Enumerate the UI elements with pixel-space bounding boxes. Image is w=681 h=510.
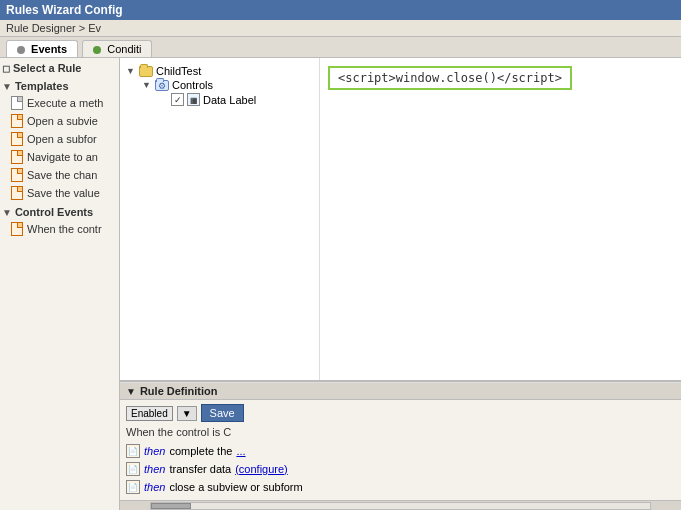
rule-definition-label: Rule Definition xyxy=(140,385,218,397)
tree-node-childtest-label: ChildTest xyxy=(156,65,201,77)
tab-conditions-label: Conditi xyxy=(107,43,141,55)
breadcrumb: Rule Designer > Ev xyxy=(0,20,681,37)
title-bar: Rules Wizard Config xyxy=(0,0,681,20)
rule-definition-panel: ▼ Rule Definition Enabled ▼ Save When th… xyxy=(120,380,681,500)
control-events-collapse-icon: ▼ xyxy=(2,207,12,218)
template-execute-label: Execute a meth xyxy=(27,97,103,109)
then-keyword-1: then xyxy=(144,445,165,457)
scroll-bar-track[interactable] xyxy=(150,502,651,510)
template-save-value-label: Save the value xyxy=(27,187,100,199)
then-row-3: 📄 then close a subview or subform xyxy=(126,478,675,496)
control-events-list: When the contr xyxy=(0,220,119,238)
tab-events-label: Events xyxy=(31,43,67,55)
tree-node-datalabel[interactable]: ✓ ▦ Data Label xyxy=(158,92,313,107)
template-save-value[interactable]: Save the value xyxy=(8,184,119,202)
folder-childtest-icon xyxy=(139,66,153,77)
open-subform-icon xyxy=(10,132,24,146)
then-text-2: transfer data xyxy=(169,463,231,475)
templates-list: Execute a meth Open a subvie Open a subf… xyxy=(0,94,119,202)
templates-section-header: ▼ Templates xyxy=(0,76,119,94)
chart-datalabel-icon: ▦ xyxy=(187,93,200,106)
down-arrow-button[interactable]: ▼ xyxy=(177,406,197,421)
tree-node-childtest[interactable]: ▼ ChildTest xyxy=(126,64,313,78)
templates-label: Templates xyxy=(15,80,69,92)
configure-link[interactable]: (configure) xyxy=(235,463,288,475)
then-icon-3: 📄 xyxy=(126,480,140,494)
template-open-subform[interactable]: Open a subfor xyxy=(8,130,119,148)
tree-node-datalabel-label: Data Label xyxy=(203,94,256,106)
template-save-change[interactable]: Save the chan xyxy=(8,166,119,184)
template-open-subform-label: Open a subfor xyxy=(27,133,97,145)
execute-icon xyxy=(10,96,24,110)
tree-node-controls[interactable]: ▼ ⚙ Controls xyxy=(142,78,313,92)
then-icon-1: 📄 xyxy=(126,444,140,458)
scroll-bar-thumb[interactable] xyxy=(151,503,191,509)
when-control-icon xyxy=(10,222,24,236)
checkbox-datalabel-icon[interactable]: ✓ xyxy=(171,93,184,106)
control-event-when-label: When the contr xyxy=(27,223,102,235)
then-text-3: close a subview or subform xyxy=(169,481,302,493)
templates-collapse-icon: ▼ xyxy=(2,81,12,92)
gear-folder-icon: ⚙ xyxy=(155,80,169,91)
tree-area: ▼ ChildTest ▼ ⚙ Controls xyxy=(120,58,320,380)
template-execute[interactable]: Execute a meth xyxy=(8,94,119,112)
enabled-badge: Enabled xyxy=(126,406,173,421)
select-rule-collapse-icon: ◻ xyxy=(2,63,10,74)
main-content: ◻ Select a Rule ▼ Templates Execute a me… xyxy=(0,58,681,510)
tab-dot-events xyxy=(17,46,25,54)
open-subview-icon xyxy=(10,114,24,128)
save-change-icon xyxy=(10,168,24,182)
rule-definition-header: ▼ Rule Definition xyxy=(120,382,681,400)
then-text-1: complete the xyxy=(169,445,232,457)
tab-dot-conditions xyxy=(93,46,101,54)
template-open-subview-label: Open a subvie xyxy=(27,115,98,127)
then-keyword-2: then xyxy=(144,463,165,475)
control-events-label: Control Events xyxy=(15,206,93,218)
template-open-subview[interactable]: Open a subvie xyxy=(8,112,119,130)
tab-conditions[interactable]: Conditi xyxy=(82,40,152,57)
navigate-icon xyxy=(10,150,24,164)
left-panel: ◻ Select a Rule ▼ Templates Execute a me… xyxy=(0,58,120,510)
script-content: <script>window.close()</script> xyxy=(328,66,572,90)
then-keyword-3: then xyxy=(144,481,165,493)
select-rule-label: Select a Rule xyxy=(13,62,81,74)
tree-children-controls: ✓ ▦ Data Label xyxy=(142,92,313,107)
template-navigate-label: Navigate to an xyxy=(27,151,98,163)
enabled-row: Enabled ▼ Save xyxy=(126,404,675,422)
tab-row: Events Conditi xyxy=(0,37,681,58)
expand-controls-icon: ▼ xyxy=(142,80,152,90)
then-link-configure-1[interactable]: ... xyxy=(236,445,245,457)
title-text: Rules Wizard Config xyxy=(6,3,123,17)
rule-def-collapse-icon: ▼ xyxy=(126,386,136,397)
breadcrumb-text: Rule Designer > Ev xyxy=(6,22,101,34)
right-panel: ▼ ChildTest ▼ ⚙ Controls xyxy=(120,58,681,510)
trigger-text: When the control is C xyxy=(126,426,675,438)
scroll-bar-bottom xyxy=(120,500,681,510)
then-row-1: 📄 then complete the ... xyxy=(126,442,675,460)
expand-childtest-icon: ▼ xyxy=(126,66,136,76)
tree-node-controls-label: Controls xyxy=(172,79,213,91)
tab-events[interactable]: Events xyxy=(6,40,78,57)
select-rule-header: ◻ Select a Rule xyxy=(0,58,119,76)
save-button[interactable]: Save xyxy=(201,404,244,422)
then-row-2: 📄 then transfer data (configure) xyxy=(126,460,675,478)
rule-definition-body: Enabled ▼ Save When the control is C 📄 t… xyxy=(120,400,681,500)
template-save-change-label: Save the chan xyxy=(27,169,97,181)
code-area: <script>window.close()</script> xyxy=(320,58,681,380)
then-icon-2: 📄 xyxy=(126,462,140,476)
save-value-icon xyxy=(10,186,24,200)
control-event-when[interactable]: When the contr xyxy=(8,220,119,238)
tree-children-root: ▼ ⚙ Controls ✓ ▦ Data Label xyxy=(126,78,313,107)
control-events-header: ▼ Control Events xyxy=(0,202,119,220)
template-navigate[interactable]: Navigate to an xyxy=(8,148,119,166)
tree-code-area: ▼ ChildTest ▼ ⚙ Controls xyxy=(120,58,681,380)
